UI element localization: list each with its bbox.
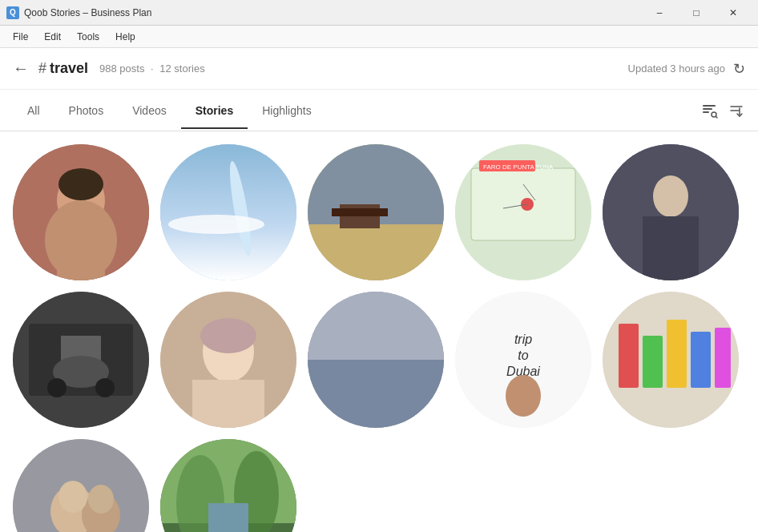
svg-rect-43 [192,380,264,428]
back-button[interactable]: ← [13,59,29,78]
refresh-button[interactable]: ↻ [733,60,745,78]
story-2-image [160,144,296,280]
tab-photos[interactable]: Photos [54,93,119,128]
stories-grid: FARO DE PUNTA TUNA [0,131,758,532]
svg-rect-46 [308,292,444,360]
svg-point-42 [200,318,256,353]
tab-bar: All Photos Videos Stories Highlights [0,90,758,131]
filter-search-icon [700,102,718,119]
svg-text:to: to [518,349,528,362]
menu-help[interactable]: Help [107,28,143,46]
tab-highlights[interactable]: Highlights [248,93,325,128]
menu-file[interactable]: File [5,28,36,46]
svg-rect-21 [332,208,388,216]
sort-button[interactable] [728,102,745,119]
menu-bar: File Edit Tools Help [0,26,758,48]
svg-rect-55 [667,320,687,388]
svg-text:FARO DE PUNTA TUNA: FARO DE PUNTA TUNA [483,163,554,171]
menu-tools[interactable]: Tools [69,28,107,46]
svg-rect-68 [208,503,248,532]
tab-videos[interactable]: Videos [118,93,181,128]
tab-all[interactable]: All [13,93,54,128]
story-5-image [603,144,739,280]
window-title: Qoob Stories – Business Plan [24,7,641,18]
minimize-button[interactable]: – [641,0,678,26]
story-3-image [308,144,444,280]
svg-rect-54 [643,336,663,388]
story-circle-4[interactable]: FARO DE PUNTA TUNA [455,144,591,280]
filter-search-button[interactable] [700,102,718,119]
svg-point-39 [95,378,115,397]
story-circle-5[interactable] [603,144,739,280]
separator: · [147,62,156,75]
app-icon: Q [6,6,19,19]
svg-line-4 [716,116,718,118]
svg-rect-2 [703,111,709,113]
story-circle-11[interactable] [13,439,149,532]
menu-edit[interactable]: Edit [36,28,69,46]
close-button[interactable]: ✕ [715,0,752,26]
svg-point-16 [168,215,264,234]
svg-rect-12 [57,220,105,280]
story-circle-6[interactable] [13,292,149,428]
tab-stories[interactable]: Stories [181,93,248,128]
story-10-image [603,292,739,428]
tab-bar-right [700,102,745,119]
story-9-image: trip to Dubai [455,292,591,428]
hashtag-symbol: # [38,60,46,77]
svg-rect-56 [691,332,711,388]
story-7-image [160,292,296,428]
svg-point-10 [58,168,103,200]
story-circle-12[interactable] [160,439,296,532]
story-circle-8[interactable] [308,292,444,428]
maximize-button[interactable]: □ [678,0,715,26]
svg-point-62 [88,485,114,514]
top-bar-right: Updated 3 hours ago ↻ [628,60,745,78]
svg-rect-57 [715,328,731,388]
story-1-image [13,144,149,280]
story-12-image [160,439,296,532]
title-bar: Q Qoob Stories – Business Plan – □ ✕ [0,0,758,26]
story-circle-7[interactable] [160,292,296,428]
story-circle-2[interactable] [160,144,296,280]
story-circle-3[interactable] [308,144,444,280]
story-count: 12 stories [159,62,204,75]
svg-point-32 [653,175,688,217]
updated-text: Updated 3 hours ago [628,62,725,75]
story-11-image [13,439,149,532]
top-bar: ← # travel 988 posts · 12 stories Update… [0,48,758,90]
story-4-image: FARO DE PUNTA TUNA [455,144,591,280]
svg-point-38 [47,378,67,397]
svg-rect-45 [308,356,444,428]
svg-point-61 [58,481,87,513]
svg-text:trip: trip [514,332,532,346]
story-circle-9[interactable]: trip to Dubai [455,292,591,428]
svg-rect-0 [703,105,716,107]
window-controls: – □ ✕ [641,0,752,26]
story-8-image [308,292,444,428]
svg-point-51 [506,375,541,417]
svg-rect-14 [160,144,296,280]
sort-icon [728,102,745,119]
story-circle-10[interactable] [603,292,739,428]
story-circle-1[interactable] [13,144,149,280]
svg-rect-1 [703,108,712,110]
svg-rect-33 [643,216,699,280]
post-count: 988 posts [99,62,144,75]
svg-rect-53 [619,324,639,388]
story-6-image [13,292,149,428]
hashtag-name: travel [50,60,88,77]
